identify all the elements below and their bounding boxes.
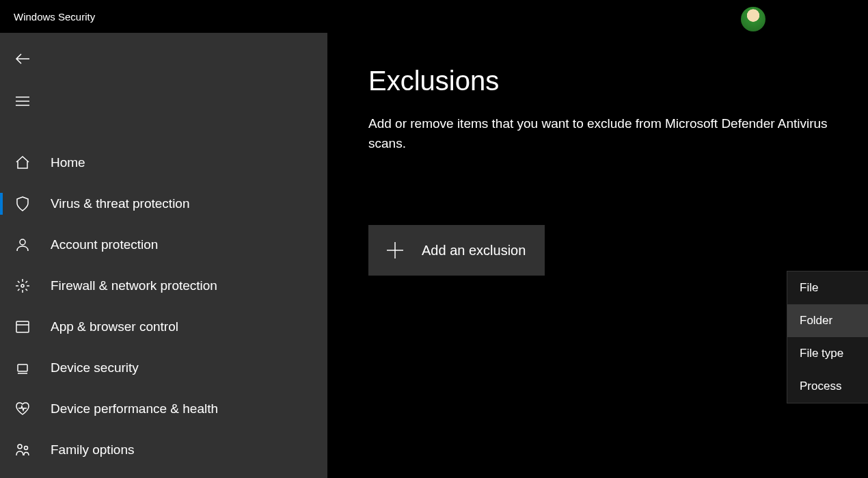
sidebar-item-device-security[interactable]: Device security bbox=[0, 347, 327, 388]
window-icon bbox=[14, 318, 31, 336]
svg-point-11 bbox=[25, 447, 28, 450]
chip-icon bbox=[14, 359, 31, 377]
network-icon bbox=[14, 277, 31, 295]
svg-rect-8 bbox=[18, 364, 27, 371]
person-icon bbox=[14, 236, 31, 254]
plus-icon bbox=[385, 240, 405, 261]
dropdown-item-label: Process bbox=[800, 380, 841, 393]
sidebar-item-app-browser[interactable]: App & browser control bbox=[0, 306, 327, 347]
sidebar-item-home[interactable]: Home bbox=[0, 142, 327, 183]
sidebar-item-family-options[interactable]: Family options bbox=[0, 429, 327, 470]
family-icon bbox=[14, 441, 31, 459]
dropdown-item-process[interactable]: Process bbox=[787, 370, 868, 403]
dropdown-item-folder[interactable]: Folder bbox=[787, 304, 868, 337]
add-exclusion-label: Add an exclusion bbox=[422, 243, 526, 258]
back-button[interactable] bbox=[14, 45, 41, 72]
sidebar-item-label: Home bbox=[51, 155, 85, 170]
dropdown-item-label: Folder bbox=[800, 314, 832, 328]
sidebar-item-label: App & browser control bbox=[51, 319, 178, 334]
sidebar-item-label: Firewall & network protection bbox=[51, 278, 217, 293]
dropdown-item-file[interactable]: File bbox=[787, 271, 868, 304]
dropdown-item-label: File bbox=[800, 281, 818, 295]
svg-point-10 bbox=[18, 444, 22, 449]
svg-point-5 bbox=[21, 284, 24, 287]
sidebar: Home Virus & threat protection Account p… bbox=[0, 33, 327, 478]
sidebar-item-firewall[interactable]: Firewall & network protection bbox=[0, 265, 327, 306]
main-content: Exclusions Add or remove items that you … bbox=[327, 33, 868, 478]
page-heading: Exclusions bbox=[368, 66, 854, 96]
hamburger-icon bbox=[14, 92, 31, 110]
hamburger-menu-button[interactable] bbox=[14, 88, 41, 115]
sidebar-item-account-protection[interactable]: Account protection bbox=[0, 224, 327, 265]
arrow-left-icon bbox=[14, 50, 31, 68]
sidebar-item-label: Family options bbox=[51, 442, 135, 457]
dropdown-item-label: File type bbox=[800, 347, 843, 360]
sidebar-item-label: Account protection bbox=[51, 237, 158, 252]
page-description: Add or remove items that you want to exc… bbox=[368, 114, 854, 153]
heart-icon bbox=[14, 400, 31, 418]
exclusion-type-dropdown: File Folder File type Process bbox=[787, 271, 868, 403]
window-titlebar: Windows Security bbox=[0, 0, 868, 33]
sidebar-item-device-health[interactable]: Device performance & health bbox=[0, 388, 327, 429]
sidebar-item-label: Device performance & health bbox=[51, 401, 218, 416]
window-title: Windows Security bbox=[14, 11, 95, 23]
user-avatar-icon bbox=[741, 7, 765, 31]
svg-point-4 bbox=[20, 239, 25, 245]
shield-icon bbox=[14, 195, 31, 213]
sidebar-item-label: Device security bbox=[51, 360, 139, 375]
add-exclusion-button[interactable]: Add an exclusion bbox=[368, 225, 545, 276]
sidebar-item-virus-threat[interactable]: Virus & threat protection bbox=[0, 183, 327, 224]
dropdown-item-filetype[interactable]: File type bbox=[787, 337, 868, 370]
svg-rect-6 bbox=[16, 321, 29, 332]
sidebar-item-label: Virus & threat protection bbox=[51, 196, 189, 211]
home-icon bbox=[14, 154, 31, 172]
